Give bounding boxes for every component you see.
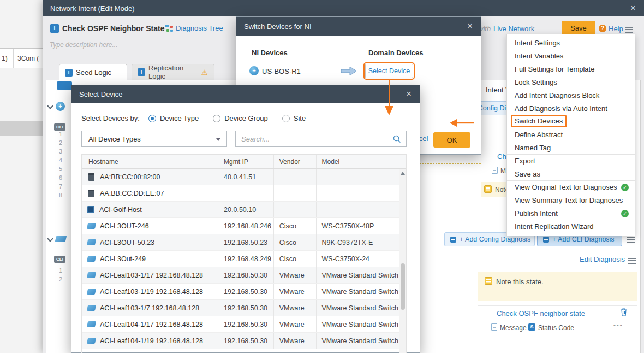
column-header[interactable]: Hostname [82, 155, 218, 168]
model-cell: WS-C3750X-48P [316, 218, 399, 234]
note-icon [484, 185, 492, 193]
radio-icon[interactable] [213, 115, 220, 122]
model-cell [316, 202, 399, 217]
radio-device-group[interactable]: Device Group [213, 114, 267, 122]
device-row[interactable]: ACI-L3OUT-50.23 192.168.50.23 Cisco N9K-… [82, 234, 399, 251]
vendor-cell [273, 185, 316, 201]
column-header[interactable]: Mgmt IP [218, 155, 273, 168]
menu-item-label: Publish Intent [515, 209, 558, 217]
close-icon[interactable] [404, 90, 413, 98]
device-row[interactable]: ACI-L3OUT-246 192.168.48.246 Cisco WS-C3… [82, 218, 399, 234]
vendor-cell: VMware [273, 300, 316, 316]
radio-site[interactable]: Site [282, 114, 306, 122]
radio-icon[interactable] [148, 115, 156, 122]
tab-replication-logic[interactable]: Replication Logic [132, 64, 214, 80]
tab-seed-logic[interactable]: Seed Logic [59, 64, 127, 80]
domain-devices-header: Domain Devices [368, 49, 423, 57]
note-icon [485, 277, 492, 285]
diagnosis-tree-link[interactable]: Diagnosis Tree [165, 24, 223, 32]
line-numbers: 12345678 [50, 130, 62, 199]
diagnosis-menu-icon[interactable] [627, 236, 635, 244]
chevron-down-icon [216, 138, 220, 141]
select-device-dialog: Select Device Select Devices by: Device … [71, 85, 420, 353]
menu-item-add-diagnosis-via-auto-intent[interactable]: Add Diagnosis via Auto Intent [507, 102, 635, 115]
menu-item-add-intent-diagnosis-block[interactable]: Add Intent Diagnosis Block [507, 89, 635, 102]
note-box[interactable]: Note this state. [478, 272, 637, 301]
device-row[interactable]: ACI-Leaf103-1/17 192.168.48.128 192.168.… [82, 267, 399, 284]
menu-item-lock-settings[interactable]: Lock Settings [507, 76, 635, 89]
ok-button[interactable]: OK [433, 132, 470, 148]
device-type-dropdown[interactable]: All Device Types [81, 131, 227, 147]
toolbar-button-fragment[interactable] [57, 81, 72, 90]
device-row[interactable]: ACI-Leaf104-1/19 192.168.48.128 192.168.… [82, 333, 399, 349]
mgmt-ip-cell: 192.168.50.30 [218, 284, 273, 299]
device-row[interactable]: ACI-Leaf103-1/19 192.168.48.128 192.168.… [82, 284, 399, 300]
router-icon [56, 102, 65, 111]
menu-item-label: View Summary Text for Diagnoses [515, 196, 623, 204]
background-list-cell: 3Com ( [13, 49, 43, 68]
dropdown-value: All Device Types [88, 135, 141, 143]
menu-item-intent-replication-wizard[interactable]: Intent Replication Wizard [507, 220, 635, 233]
help-link[interactable]: Help [609, 25, 623, 33]
radio-device-type[interactable]: Device Type [148, 114, 199, 122]
mgmt-ip-cell: 192.168.50.30 [218, 316, 273, 332]
status-code-label[interactable]: Status Code [538, 324, 574, 332]
menu-trigger-icon[interactable] [625, 25, 633, 34]
tab-label: Replication Logic [148, 64, 198, 80]
message-icon [492, 167, 498, 174]
column-header[interactable]: Vendor [273, 155, 316, 168]
scroll-up-icon[interactable] [401, 172, 405, 175]
menu-item-intent-variables[interactable]: Intent Variables [507, 50, 635, 63]
more-options-icon[interactable] [613, 322, 623, 328]
check-ospf-link[interactable]: Check OSPF neighbor state [497, 309, 585, 317]
device-row[interactable]: ACI-L3Out-249 192.168.48.249 Cisco WS-C3… [82, 251, 399, 267]
dialog-title: Select Device [71, 90, 122, 98]
device-row[interactable]: AA:BB:CC:00:82:00 40.0.41.51 [82, 169, 399, 185]
vendor-cell [273, 169, 316, 185]
device-row[interactable]: ACI-Leaf104-1/17 192.168.48.128 192.168.… [82, 316, 399, 333]
menu-item-view-summary-text-for-diagnoses[interactable]: View Summary Text for Diagnoses [507, 194, 635, 207]
vendor-cell: VMware [273, 333, 316, 349]
menu-item-define-abstract[interactable]: Define Abstract [507, 128, 635, 142]
menu-item-intent-settings[interactable]: Intent Settings [507, 37, 635, 50]
switch-icon [87, 239, 96, 245]
close-icon[interactable] [629, 4, 637, 13]
message-label[interactable]: Message [500, 324, 527, 332]
save-button[interactable]: Save [562, 21, 595, 36]
device-row[interactable]: AA:BB:CC:DD:EE:07 [82, 185, 399, 202]
search-input[interactable] [236, 131, 390, 146]
edit-diagnosis-link[interactable]: Edit Diagnosis [580, 255, 625, 263]
trash-icon[interactable] [620, 308, 628, 318]
menu-item-export[interactable]: Export [507, 155, 635, 168]
menu-item-view-original-text-for-diagnoses[interactable]: View Original Text for Diagnoses [507, 181, 635, 194]
live-network-link[interactable]: Live Network [493, 25, 534, 33]
device-row[interactable]: ACI-Leaf103-1/7 192.168.48.128 192.168.5… [82, 300, 399, 316]
dialog-titlebar: Switch Devices for NI [236, 17, 481, 36]
scrollbar-thumb[interactable] [401, 263, 405, 310]
column-header[interactable]: Model [316, 155, 399, 168]
edit-diagnosis-menu-icon[interactable] [628, 256, 636, 265]
hostname-cell: ACI-Golf-Host [82, 202, 218, 217]
radio-icon[interactable] [282, 115, 290, 122]
menu-item-save-as[interactable]: Save as [507, 168, 635, 181]
menu-item-publish-intent[interactable]: Publish Intent [507, 207, 635, 220]
search-icon[interactable] [392, 134, 402, 144]
vendor-cell: VMware [273, 284, 316, 299]
menu-item-switch-devices[interactable]: Switch Devices [507, 115, 635, 128]
description-input[interactable] [50, 41, 192, 49]
context-menu-list: Intent SettingsIntent VariablesFull Sett… [507, 37, 635, 233]
search-box [235, 131, 407, 147]
model-cell: VMware Standard Switch [316, 267, 399, 283]
filter-label: Select Devices by: [81, 114, 140, 122]
background-selected-row [0, 121, 43, 136]
menu-item-full-settings-for-template[interactable]: Full Settings for Template [507, 63, 635, 76]
menu-item-named-tag[interactable]: Named Tag [507, 142, 635, 155]
close-icon[interactable] [466, 22, 474, 31]
device-table: Hostname Mgmt IP Vendor Model AA:BB:CC:0… [81, 154, 407, 353]
intent-icon [50, 24, 59, 33]
scrollbar[interactable] [399, 169, 406, 353]
device-row[interactable]: ACI-Golf-Host 20.0.50.10 [82, 202, 399, 218]
hostname-cell: ACI-L3OUT-50.23 [82, 234, 218, 250]
menu-item-label: Add Intent Diagnosis Block [515, 91, 599, 99]
table-header: Hostname Mgmt IP Vendor Model [82, 155, 406, 169]
